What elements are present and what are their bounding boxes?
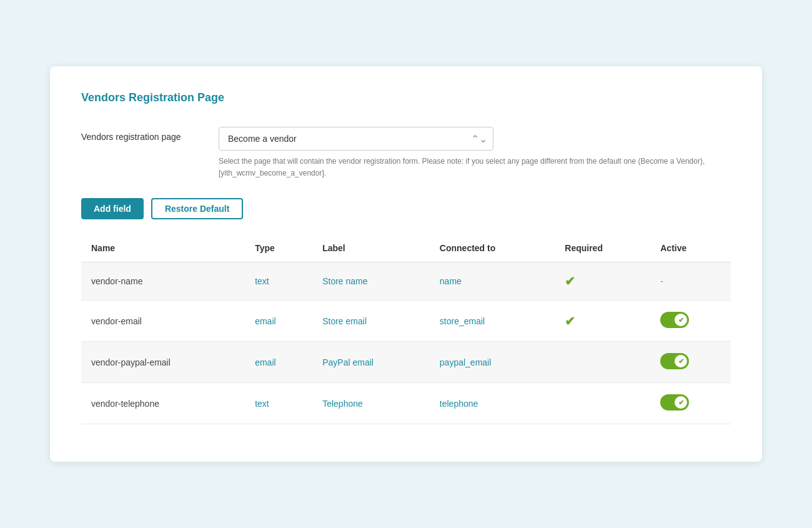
cell-name: vendor-email (81, 301, 245, 342)
col-header-label: Label (312, 234, 430, 262)
active-toggle[interactable]: ✔ (660, 394, 689, 411)
col-header-name: Name (81, 234, 245, 262)
page-select-wrapper: Become a vendor ⌃⌄ (219, 127, 493, 151)
main-card: Vendors Registration Page Vendors regist… (50, 66, 762, 462)
cell-connected-to: paypal_email (430, 342, 555, 383)
type-link[interactable]: email (255, 357, 275, 367)
connected-to-value: telephone (440, 399, 478, 409)
required-check-icon: ✔ (565, 314, 575, 328)
active-toggle[interactable]: ✔ (660, 312, 689, 328)
cell-required: ✔ (555, 262, 650, 301)
cell-active: ✔ (650, 342, 731, 383)
cell-connected-to: store_email (430, 301, 555, 342)
add-field-button[interactable]: Add field (81, 198, 144, 219)
toggle-knob: ✔ (675, 355, 687, 367)
cell-required (555, 383, 650, 424)
cell-required: ✔ (555, 301, 650, 342)
cell-active: - (650, 262, 731, 301)
col-header-required: Required (555, 234, 650, 262)
restore-default-button[interactable]: Restore Default (151, 198, 243, 219)
connected-to-value: name (440, 276, 462, 286)
table-row: vendor-paypal-emailemailPayPal emailpayp… (81, 342, 731, 383)
toggle-knob: ✔ (675, 396, 687, 409)
field-content: Become a vendor ⌃⌄ Select the page that … (219, 127, 731, 179)
cell-type: text (245, 383, 312, 424)
cell-type: text (245, 262, 312, 301)
field-label: Vendors registration page (81, 127, 219, 142)
toggle-check-icon: ✔ (678, 357, 684, 366)
table-row: vendor-telephonetextTelephonetelephone ✔ (81, 383, 731, 424)
cell-active: ✔ (650, 383, 731, 424)
cell-type: email (245, 301, 312, 342)
type-link[interactable]: text (255, 276, 269, 286)
toggle-check-icon: ✔ (678, 399, 684, 407)
table-row: vendor-emailemailStore emailstore_email✔… (81, 301, 731, 342)
col-header-active: Active (650, 234, 731, 262)
active-toggle[interactable]: ✔ (660, 353, 689, 369)
cell-connected-to: name (430, 262, 555, 301)
page-select[interactable]: Become a vendor (219, 127, 493, 151)
fields-table: Name Type Label Connected to Required Ac… (81, 234, 731, 424)
cell-type: email (245, 342, 312, 383)
toggle-check-icon: ✔ (678, 316, 684, 324)
cell-name: vendor-paypal-email (81, 342, 245, 383)
field-description: Select the page that will contain the ve… (219, 156, 731, 179)
label-link[interactable]: Telephone (322, 399, 363, 409)
type-link[interactable]: email (255, 316, 275, 326)
required-check-icon: ✔ (565, 274, 575, 288)
cell-label: Store name (312, 262, 430, 301)
type-link[interactable]: text (255, 399, 269, 409)
table-row: vendor-nametextStore namename✔- (81, 262, 731, 301)
col-header-type: Type (245, 234, 312, 262)
label-link[interactable]: PayPal email (322, 357, 374, 367)
connected-to-value: paypal_email (440, 357, 492, 367)
connected-to-value: store_email (440, 316, 485, 326)
active-dash: - (660, 276, 663, 286)
cell-connected-to: telephone (430, 383, 555, 424)
page-title: Vendors Registration Page (81, 91, 731, 104)
cell-name: vendor-name (81, 262, 245, 301)
cell-label: Store email (312, 301, 430, 342)
label-link[interactable]: Store name (322, 276, 367, 286)
label-link[interactable]: Store email (322, 316, 367, 326)
cell-label: PayPal email (312, 342, 430, 383)
cell-active: ✔ (650, 301, 731, 342)
cell-required (555, 342, 650, 383)
toggle-knob: ✔ (675, 314, 687, 326)
vendors-registration-field-row: Vendors registration page Become a vendo… (81, 127, 731, 179)
action-buttons-row: Add field Restore Default (81, 198, 731, 219)
cell-name: vendor-telephone (81, 383, 245, 424)
table-header-row: Name Type Label Connected to Required Ac… (81, 234, 731, 262)
cell-label: Telephone (312, 383, 430, 424)
col-header-connected-to: Connected to (430, 234, 555, 262)
